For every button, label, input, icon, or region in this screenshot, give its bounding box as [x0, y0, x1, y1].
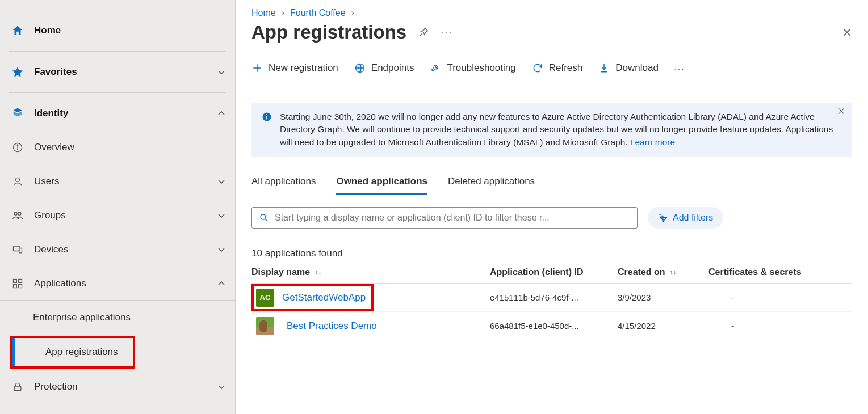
groups-icon	[9, 210, 26, 221]
app-thumbnail: AC	[256, 289, 274, 307]
svg-rect-11	[19, 285, 22, 288]
breadcrumb: Home › Fourth Coffee ›	[251, 8, 852, 18]
page-title: App registrations	[251, 22, 406, 43]
download-icon	[598, 62, 610, 74]
tab-deleted-applications[interactable]: Deleted applications	[448, 176, 535, 195]
column-application-id[interactable]: Application (client) ID	[490, 267, 618, 277]
table-header: Display name ↑↓ Application (client) ID …	[251, 267, 852, 284]
user-icon	[9, 176, 26, 187]
sidebar-item-enterprise-applications[interactable]: Enterprise applications	[0, 301, 235, 335]
refresh-icon	[532, 62, 543, 74]
chevron-up-icon	[217, 279, 226, 288]
cell-app-id: e415111b-5d76-4c9f-...	[490, 293, 618, 302]
toolbar-label: Download	[615, 62, 659, 74]
sidebar-item-label: Home	[26, 25, 226, 36]
devices-icon	[9, 244, 26, 255]
download-button[interactable]: Download	[598, 62, 659, 74]
breadcrumb-separator: ›	[282, 8, 284, 18]
svg-rect-7	[19, 248, 22, 253]
breadcrumb-separator: ›	[351, 8, 354, 18]
dismiss-icon[interactable]	[837, 107, 845, 115]
result-count: 10 applications found	[251, 248, 852, 259]
sidebar-item-label: Groups	[26, 210, 217, 221]
column-certificates[interactable]: Certificates & secrets	[708, 267, 852, 277]
sidebar-item-overview[interactable]: Overview	[0, 130, 235, 164]
sidebar-item-label: Overview	[26, 142, 226, 153]
search-input[interactable]	[275, 213, 630, 223]
sidebar: Home Favorites Identity Overview Users G…	[0, 0, 236, 414]
chevron-down-icon	[217, 211, 226, 220]
sidebar-item-users[interactable]: Users	[0, 164, 235, 198]
info-banner: Starting June 30th, 2020 we will no long…	[251, 103, 852, 157]
chevron-down-icon	[217, 382, 226, 391]
apps-icon	[9, 278, 26, 289]
chevron-down-icon	[217, 245, 226, 254]
sidebar-item-label: Identity	[26, 108, 217, 119]
sidebar-item-favorites[interactable]: Favorites	[0, 55, 235, 89]
pin-icon[interactable]	[418, 27, 429, 38]
info-text-container: Starting June 30th, 2020 we will no long…	[280, 111, 842, 149]
toolbar-label: Endpoints	[371, 62, 414, 74]
sidebar-item-devices[interactable]: Devices	[0, 233, 235, 267]
sidebar-item-label: Devices	[26, 244, 217, 255]
column-created-on[interactable]: Created on ↑↓	[618, 267, 708, 277]
sidebar-item-identity[interactable]: Identity	[0, 96, 235, 130]
sidebar-item-label: Users	[26, 176, 217, 187]
app-name-link[interactable]: Best Practices Demo	[287, 320, 377, 332]
info-learn-more-link[interactable]: Learn more	[630, 137, 675, 147]
info-text: Starting June 30th, 2020 we will no long…	[280, 112, 833, 147]
search-icon	[259, 213, 269, 223]
sort-icon: ↑↓	[670, 268, 677, 276]
globe-icon	[354, 62, 366, 74]
svg-rect-10	[14, 285, 17, 288]
troubleshooting-button[interactable]: Troubleshooting	[430, 62, 515, 74]
sidebar-item-applications[interactable]: Applications	[0, 267, 235, 301]
sidebar-item-home[interactable]: Home	[0, 14, 235, 48]
search-box[interactable]	[251, 207, 638, 229]
svg-point-17	[261, 214, 266, 219]
cell-app-id: 66a481f5-e1e0-450d-...	[490, 321, 618, 331]
sidebar-item-groups[interactable]: Groups	[0, 198, 235, 233]
refresh-button[interactable]: Refresh	[532, 62, 583, 74]
svg-point-2	[17, 145, 18, 146]
svg-rect-12	[14, 386, 21, 391]
app-thumbnail	[256, 317, 274, 335]
title-row: App registrations ···	[251, 22, 852, 43]
info-icon	[262, 112, 272, 149]
toolbar-label: Refresh	[549, 62, 583, 74]
table-row[interactable]: Best Practices Demo 66a481f5-e1e0-450d-.…	[251, 312, 852, 340]
add-filters-button[interactable]: Add filters	[648, 207, 723, 229]
svg-point-5	[18, 212, 21, 215]
toolbar-more-icon[interactable]: ···	[674, 64, 685, 73]
svg-point-3	[16, 178, 20, 181]
column-display-name[interactable]: Display name ↑↓	[251, 267, 490, 277]
identity-icon	[9, 107, 26, 120]
main-content: Home › Fourth Coffee › App registrations…	[236, 0, 868, 414]
sidebar-item-label: Applications	[26, 278, 217, 289]
svg-point-16	[266, 114, 267, 115]
lock-icon	[9, 381, 26, 392]
cell-created: 3/9/2023	[618, 293, 708, 302]
tab-owned-applications[interactable]: Owned applications	[336, 176, 427, 195]
cell-cert: -	[708, 321, 852, 331]
sidebar-item-protection[interactable]: Protection	[0, 370, 235, 404]
svg-rect-15	[266, 116, 267, 120]
close-icon[interactable]	[842, 27, 852, 37]
wrench-icon	[430, 62, 441, 74]
filter-row: Add filters	[251, 207, 852, 229]
tab-all-applications[interactable]: All applications	[251, 176, 316, 195]
toolbar-label: New registration	[269, 62, 338, 74]
chevron-down-icon	[217, 67, 226, 77]
sidebar-item-label: Enterprise applications	[33, 312, 131, 323]
home-icon	[9, 24, 26, 37]
more-icon[interactable]: ···	[441, 27, 452, 39]
new-registration-button[interactable]: New registration	[251, 62, 338, 74]
app-name-link[interactable]: GetStartedWebApp	[282, 292, 366, 303]
filter-icon	[658, 213, 668, 223]
table-row[interactable]: AC GetStartedWebApp e415111b-5d76-4c9f-.…	[251, 284, 852, 312]
sidebar-item-app-registrations[interactable]: App registrations	[12, 338, 133, 366]
endpoints-button[interactable]: Endpoints	[354, 62, 414, 74]
tabs: All applications Owned applications Dele…	[251, 176, 852, 195]
breadcrumb-fourth-coffee[interactable]: Fourth Coffee	[290, 8, 346, 18]
breadcrumb-home[interactable]: Home	[251, 8, 276, 18]
